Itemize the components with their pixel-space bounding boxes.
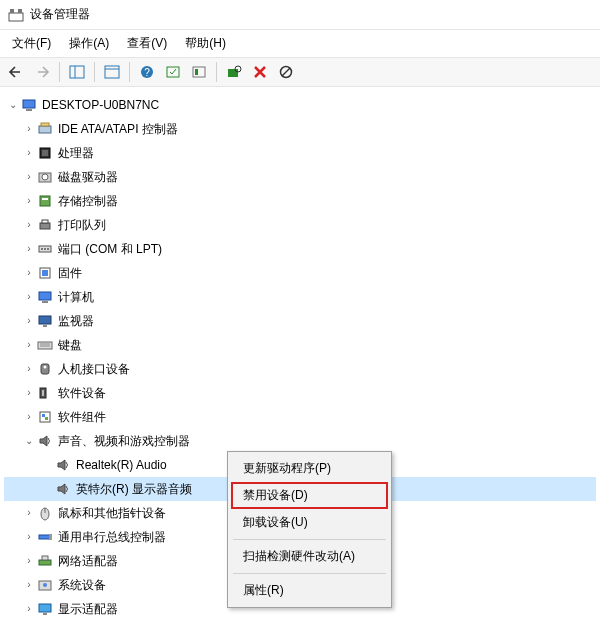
context-menu: 更新驱动程序(P)禁用设备(D)卸载设备(U)扫描检测硬件改动(A)属性(R)	[227, 451, 392, 608]
help-button[interactable]: ?	[135, 61, 159, 83]
node-label: DESKTOP-U0BN7NC	[42, 97, 159, 114]
svg-rect-25	[42, 198, 48, 200]
expand-icon[interactable]: ›	[22, 338, 36, 352]
audioio-icon	[36, 624, 54, 626]
expand-icon[interactable]: ›	[22, 578, 36, 592]
action2-button[interactable]	[187, 61, 211, 83]
svg-rect-47	[45, 417, 48, 420]
svg-rect-12	[228, 69, 238, 77]
menu-action[interactable]: 操作(A)	[61, 32, 117, 55]
menu-view[interactable]: 查看(V)	[119, 32, 175, 55]
expand-icon[interactable]: ›	[22, 506, 36, 520]
show-hide-tree-button[interactable]	[65, 61, 89, 83]
hid-icon	[36, 360, 54, 378]
expand-icon[interactable]: ›	[22, 170, 36, 184]
tree-category[interactable]: ›IDE ATA/ATAPI 控制器	[4, 117, 596, 141]
node-label: 声音、视频和游戏控制器	[58, 433, 190, 450]
svg-rect-21	[42, 150, 48, 156]
node-label: IDE ATA/ATAPI 控制器	[58, 121, 178, 138]
context-menu-item[interactable]: 扫描检测硬件改动(A)	[231, 543, 388, 570]
svg-point-23	[42, 174, 48, 180]
cpu-icon	[36, 144, 54, 162]
tree-category[interactable]: ›键盘	[4, 333, 596, 357]
tree-category[interactable]: ›人机接口设备	[4, 357, 596, 381]
expand-icon[interactable]: ›	[22, 242, 36, 256]
tree-category[interactable]: ›固件	[4, 261, 596, 285]
node-label: 计算机	[58, 289, 94, 306]
expand-icon[interactable]: ›	[22, 554, 36, 568]
node-label: 软件设备	[58, 385, 106, 402]
menu-separator	[233, 539, 386, 540]
context-menu-item[interactable]: 更新驱动程序(P)	[231, 455, 388, 482]
svg-rect-2	[18, 9, 22, 13]
expand-icon[interactable]: ⌄	[6, 98, 20, 112]
firmware-icon	[36, 264, 54, 282]
disk-icon	[36, 168, 54, 186]
svg-rect-36	[39, 316, 51, 324]
expand-icon[interactable]: ›	[22, 410, 36, 424]
node-label: 监视器	[58, 313, 94, 330]
svg-rect-0	[9, 13, 23, 21]
expand-icon[interactable]: ›	[22, 362, 36, 376]
action1-button[interactable]	[161, 61, 185, 83]
app-icon	[8, 7, 24, 23]
context-menu-item[interactable]: 属性(R)	[231, 577, 388, 604]
svg-point-30	[44, 248, 46, 250]
svg-rect-16	[23, 100, 35, 108]
properties-button[interactable]	[100, 61, 124, 83]
tree-category[interactable]: ›计算机	[4, 285, 596, 309]
tree-category[interactable]: ›处理器	[4, 141, 596, 165]
context-menu-item[interactable]: 卸载设备(U)	[231, 509, 388, 536]
svg-rect-53	[42, 556, 48, 560]
scan-hardware-button[interactable]	[222, 61, 246, 83]
menu-help[interactable]: 帮助(H)	[177, 32, 234, 55]
expand-icon[interactable]: ›	[22, 266, 36, 280]
node-label: 固件	[58, 265, 82, 282]
back-button[interactable]	[4, 61, 28, 83]
mouse-icon	[36, 504, 54, 522]
node-label: 人机接口设备	[58, 361, 130, 378]
expand-icon[interactable]: ›	[22, 146, 36, 160]
expand-icon[interactable]: ›	[22, 386, 36, 400]
forward-button[interactable]	[30, 61, 54, 83]
tree-category[interactable]: ›软件设备	[4, 381, 596, 405]
system-icon	[36, 576, 54, 594]
context-menu-item[interactable]: 禁用设备(D)	[231, 482, 388, 509]
tree-category[interactable]: ⌄声音、视频和游戏控制器	[4, 429, 596, 453]
tree-category[interactable]: ›端口 (COM 和 LPT)	[4, 237, 596, 261]
toolbar: ?	[0, 57, 600, 87]
port-icon	[36, 240, 54, 258]
expand-icon[interactable]: ⌄	[22, 434, 36, 448]
tree-category[interactable]: ›音频输入和输出	[4, 621, 596, 626]
expand-icon[interactable]: ›	[22, 530, 36, 544]
expand-icon[interactable]: ›	[22, 218, 36, 232]
node-label: 显示适配器	[58, 601, 118, 618]
node-label: 处理器	[58, 145, 94, 162]
expand-icon[interactable]: ›	[22, 194, 36, 208]
node-label: 打印队列	[58, 217, 106, 234]
menu-file[interactable]: 文件(F)	[4, 32, 59, 55]
svg-rect-51	[49, 534, 52, 540]
tree-category[interactable]: ›软件组件	[4, 405, 596, 429]
node-label: 软件组件	[58, 409, 106, 426]
tree-category[interactable]: ›磁盘驱动器	[4, 165, 596, 189]
svg-rect-37	[43, 325, 47, 327]
expand-icon[interactable]: ›	[22, 314, 36, 328]
svg-rect-57	[43, 613, 47, 615]
disable-button[interactable]	[274, 61, 298, 83]
tree-category[interactable]: ›存储控制器	[4, 189, 596, 213]
keyboard-icon	[36, 336, 54, 354]
expand-icon[interactable]: ›	[22, 290, 36, 304]
tree-category[interactable]: ›监视器	[4, 309, 596, 333]
tree-root[interactable]: ⌄DESKTOP-U0BN7NC	[4, 93, 596, 117]
uninstall-button[interactable]	[248, 61, 272, 83]
expand-icon[interactable]: ›	[22, 122, 36, 136]
tree-category[interactable]: ›打印队列	[4, 213, 596, 237]
svg-rect-1	[10, 9, 14, 13]
node-label: 磁盘驱动器	[58, 169, 118, 186]
sound-icon	[36, 432, 54, 450]
computer-icon	[20, 96, 38, 114]
expand-icon[interactable]: ›	[22, 602, 36, 616]
printer-icon	[36, 216, 54, 234]
svg-rect-18	[39, 126, 51, 133]
